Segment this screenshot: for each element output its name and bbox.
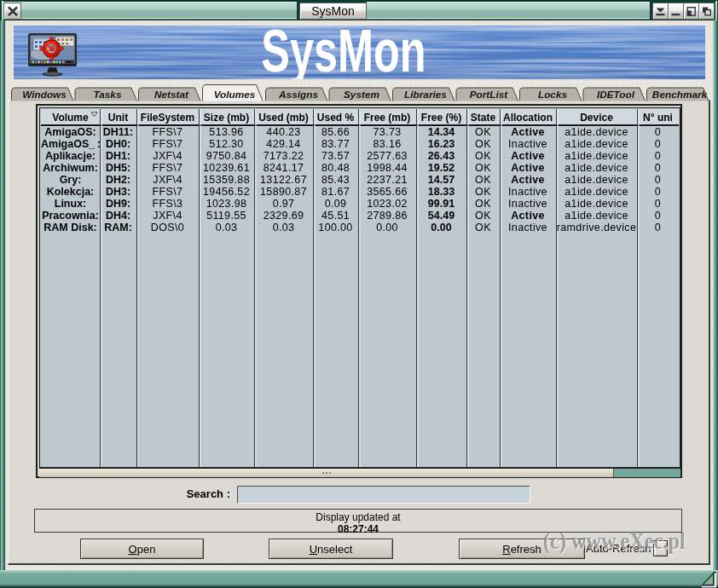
svg-text:Windows: Windows [22, 89, 67, 101]
svg-text:Tasks: Tasks [93, 89, 121, 101]
svg-text:IDETool: IDETool [597, 89, 635, 101]
svg-text:Volumes: Volumes [214, 89, 256, 101]
svg-text:Benchmark: Benchmark [652, 89, 709, 101]
svg-text:Locks: Locks [538, 89, 568, 101]
svg-text:Assigns: Assigns [278, 89, 318, 101]
svg-text:Netstat: Netstat [154, 89, 189, 101]
svg-text:PortList: PortList [470, 89, 509, 101]
svg-text:System: System [344, 89, 379, 101]
svg-text:Libraries: Libraries [404, 89, 447, 101]
